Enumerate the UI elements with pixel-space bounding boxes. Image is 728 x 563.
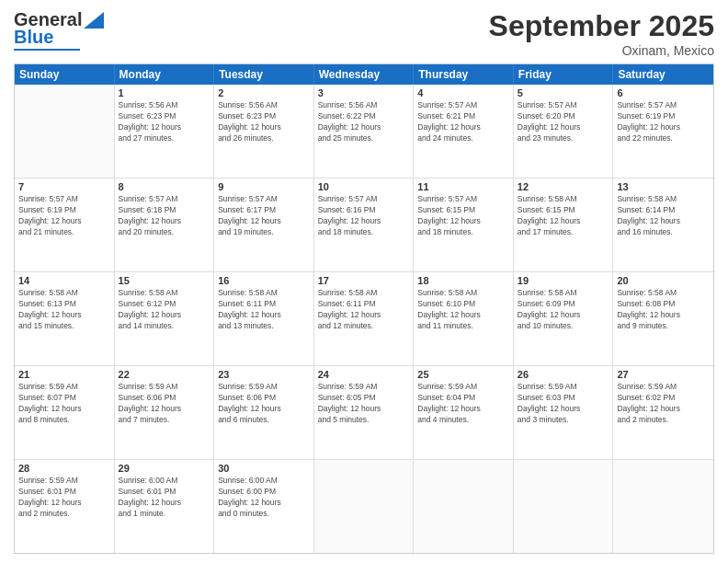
day-number: 25: [417, 369, 509, 380]
day-number: 11: [417, 181, 509, 192]
calendar-cell: 4Sunrise: 5:57 AM Sunset: 6:21 PM Daylig…: [414, 85, 514, 178]
day-number: 27: [617, 369, 710, 380]
calendar-cell: 2Sunrise: 5:56 AM Sunset: 6:23 PM Daylig…: [214, 85, 314, 178]
day-info: Sunrise: 5:56 AM Sunset: 6:23 PM Dayligh…: [119, 100, 210, 144]
day-info: Sunrise: 5:57 AM Sunset: 6:20 PM Dayligh…: [518, 100, 609, 144]
calendar-cell: [514, 460, 614, 553]
day-number: 5: [518, 87, 609, 98]
calendar-cell: 27Sunrise: 5:59 AM Sunset: 6:02 PM Dayli…: [613, 366, 713, 459]
day-number: 15: [119, 275, 210, 286]
day-info: Sunrise: 5:56 AM Sunset: 6:22 PM Dayligh…: [318, 100, 410, 144]
day-number: 24: [318, 369, 410, 380]
calendar-cell: 21Sunrise: 5:59 AM Sunset: 6:07 PM Dayli…: [15, 366, 115, 459]
page: General Blue September 2025 Oxinam, Mexi…: [0, 0, 728, 563]
day-info: Sunrise: 5:57 AM Sunset: 6:21 PM Dayligh…: [417, 100, 509, 144]
day-info: Sunrise: 5:57 AM Sunset: 6:19 PM Dayligh…: [617, 100, 710, 144]
day-info: Sunrise: 5:59 AM Sunset: 6:07 PM Dayligh…: [18, 382, 110, 426]
logo-underline: [14, 49, 80, 51]
calendar-cell: 12Sunrise: 5:58 AM Sunset: 6:15 PM Dayli…: [514, 178, 614, 271]
calendar-cell: 6Sunrise: 5:57 AM Sunset: 6:19 PM Daylig…: [613, 85, 713, 178]
day-info: Sunrise: 5:58 AM Sunset: 6:11 PM Dayligh…: [218, 288, 310, 332]
day-number: 6: [617, 87, 710, 98]
title-section: September 2025 Oxinam, Mexico: [489, 9, 714, 58]
day-number: 22: [119, 369, 210, 380]
calendar-cell: 16Sunrise: 5:58 AM Sunset: 6:11 PM Dayli…: [214, 272, 314, 365]
day-number: 29: [119, 463, 210, 474]
day-number: 19: [518, 275, 609, 286]
calendar-week-2: 7Sunrise: 5:57 AM Sunset: 6:19 PM Daylig…: [15, 178, 713, 272]
day-info: Sunrise: 5:59 AM Sunset: 6:04 PM Dayligh…: [417, 382, 509, 426]
calendar-cell: 30Sunrise: 6:00 AM Sunset: 6:00 PM Dayli…: [214, 460, 314, 553]
day-info: Sunrise: 5:58 AM Sunset: 6:11 PM Dayligh…: [318, 288, 410, 332]
month-title: September 2025: [489, 9, 714, 43]
calendar-cell: [613, 460, 713, 553]
day-info: Sunrise: 5:59 AM Sunset: 6:01 PM Dayligh…: [18, 476, 110, 520]
day-number: 28: [18, 463, 110, 474]
location: Oxinam, Mexico: [489, 43, 714, 58]
day-number: 13: [617, 181, 710, 192]
calendar-cell: 7Sunrise: 5:57 AM Sunset: 6:19 PM Daylig…: [15, 178, 115, 271]
calendar-cell: [15, 85, 115, 178]
day-info: Sunrise: 5:57 AM Sunset: 6:15 PM Dayligh…: [417, 194, 509, 238]
calendar-cell: 14Sunrise: 5:58 AM Sunset: 6:13 PM Dayli…: [15, 272, 115, 365]
calendar-cell: 24Sunrise: 5:59 AM Sunset: 6:05 PM Dayli…: [314, 366, 415, 459]
calendar-cell: 13Sunrise: 5:58 AM Sunset: 6:14 PM Dayli…: [613, 178, 713, 271]
calendar-cell: 8Sunrise: 5:57 AM Sunset: 6:18 PM Daylig…: [115, 178, 215, 271]
logo-blue: Blue: [14, 27, 53, 48]
calendar-cell: 15Sunrise: 5:58 AM Sunset: 6:12 PM Dayli…: [115, 272, 215, 365]
day-info: Sunrise: 5:57 AM Sunset: 6:17 PM Dayligh…: [218, 194, 310, 238]
day-number: 16: [218, 275, 310, 286]
day-number: 14: [18, 275, 110, 286]
calendar-week-1: 1Sunrise: 5:56 AM Sunset: 6:23 PM Daylig…: [15, 85, 713, 178]
calendar-cell: 22Sunrise: 5:59 AM Sunset: 6:06 PM Dayli…: [115, 366, 215, 459]
calendar-cell: 3Sunrise: 5:56 AM Sunset: 6:22 PM Daylig…: [314, 85, 415, 178]
day-info: Sunrise: 5:58 AM Sunset: 6:13 PM Dayligh…: [18, 288, 110, 332]
day-info: Sunrise: 5:56 AM Sunset: 6:23 PM Dayligh…: [218, 100, 310, 144]
day-number: 12: [518, 181, 609, 192]
calendar-week-4: 21Sunrise: 5:59 AM Sunset: 6:07 PM Dayli…: [15, 366, 713, 460]
day-info: Sunrise: 5:58 AM Sunset: 6:14 PM Dayligh…: [617, 194, 710, 238]
day-number: 9: [218, 181, 310, 192]
day-info: Sunrise: 5:58 AM Sunset: 6:08 PM Dayligh…: [617, 288, 710, 332]
calendar-cell: 17Sunrise: 5:58 AM Sunset: 6:11 PM Dayli…: [314, 272, 415, 365]
day-info: Sunrise: 6:00 AM Sunset: 6:01 PM Dayligh…: [119, 476, 210, 520]
day-info: Sunrise: 5:57 AM Sunset: 6:19 PM Dayligh…: [18, 194, 110, 238]
day-info: Sunrise: 5:58 AM Sunset: 6:15 PM Dayligh…: [518, 194, 609, 238]
day-number: 3: [318, 87, 410, 98]
day-number: 21: [18, 369, 110, 380]
day-info: Sunrise: 5:59 AM Sunset: 6:06 PM Dayligh…: [119, 382, 210, 426]
day-number: 1: [119, 87, 210, 98]
calendar-cell: 23Sunrise: 5:59 AM Sunset: 6:06 PM Dayli…: [214, 366, 314, 459]
day-info: Sunrise: 5:58 AM Sunset: 6:12 PM Dayligh…: [119, 288, 210, 332]
day-info: Sunrise: 5:59 AM Sunset: 6:06 PM Dayligh…: [218, 382, 310, 426]
calendar-cell: 5Sunrise: 5:57 AM Sunset: 6:20 PM Daylig…: [514, 85, 614, 178]
day-number: 10: [318, 181, 410, 192]
day-number: 23: [218, 369, 310, 380]
calendar-cell: 18Sunrise: 5:58 AM Sunset: 6:10 PM Dayli…: [414, 272, 514, 365]
calendar-cell: [414, 460, 514, 553]
day-info: Sunrise: 6:00 AM Sunset: 6:00 PM Dayligh…: [218, 476, 310, 520]
logo-icon: [84, 12, 104, 29]
calendar-cell: 29Sunrise: 6:00 AM Sunset: 6:01 PM Dayli…: [115, 460, 215, 553]
day-info: Sunrise: 5:59 AM Sunset: 6:03 PM Dayligh…: [518, 382, 609, 426]
calendar-cell: 11Sunrise: 5:57 AM Sunset: 6:15 PM Dayli…: [414, 178, 514, 271]
header-tuesday: Tuesday: [214, 64, 314, 85]
header-sunday: Sunday: [15, 64, 115, 85]
calendar-cell: 10Sunrise: 5:57 AM Sunset: 6:16 PM Dayli…: [314, 178, 415, 271]
day-number: 20: [617, 275, 710, 286]
calendar-week-3: 14Sunrise: 5:58 AM Sunset: 6:13 PM Dayli…: [15, 272, 713, 366]
calendar-header: Sunday Monday Tuesday Wednesday Thursday…: [15, 64, 713, 85]
calendar-cell: 9Sunrise: 5:57 AM Sunset: 6:17 PM Daylig…: [214, 178, 314, 271]
day-number: 17: [318, 275, 410, 286]
day-number: 30: [218, 463, 310, 474]
day-info: Sunrise: 5:59 AM Sunset: 6:05 PM Dayligh…: [318, 382, 410, 426]
calendar-body: 1Sunrise: 5:56 AM Sunset: 6:23 PM Daylig…: [15, 85, 713, 553]
calendar-cell: 25Sunrise: 5:59 AM Sunset: 6:04 PM Dayli…: [414, 366, 514, 459]
calendar-cell: 20Sunrise: 5:58 AM Sunset: 6:08 PM Dayli…: [613, 272, 713, 365]
calendar-week-5: 28Sunrise: 5:59 AM Sunset: 6:01 PM Dayli…: [15, 460, 713, 553]
day-number: 2: [218, 87, 310, 98]
calendar: Sunday Monday Tuesday Wednesday Thursday…: [14, 63, 714, 554]
header-thursday: Thursday: [414, 64, 514, 85]
calendar-cell: 28Sunrise: 5:59 AM Sunset: 6:01 PM Dayli…: [15, 460, 115, 553]
day-info: Sunrise: 5:58 AM Sunset: 6:10 PM Dayligh…: [417, 288, 509, 332]
